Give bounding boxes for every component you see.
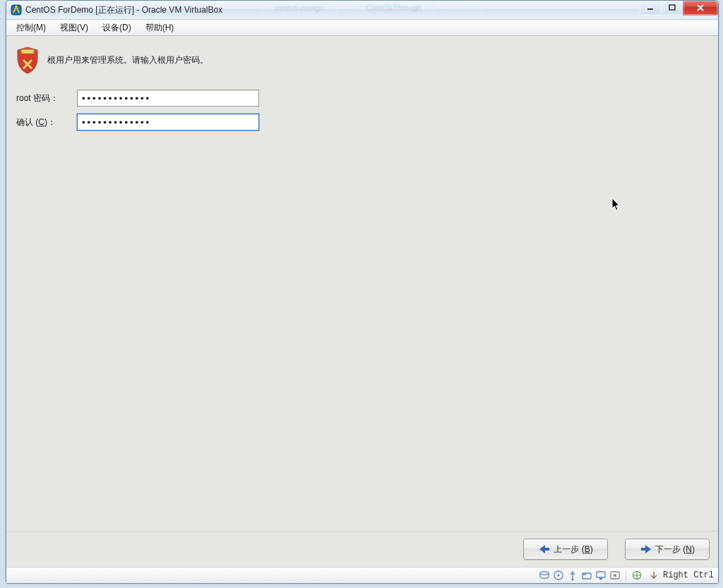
arrow-left-icon: [538, 544, 551, 554]
confirm-password-label: 确认 (C)：: [15, 116, 77, 128]
optical-disc-icon[interactable]: [553, 570, 564, 581]
svg-point-9: [557, 574, 559, 576]
menubar: 控制(M) 视图(V) 设备(D) 帮助(H): [6, 20, 718, 36]
svg-rect-6: [641, 548, 647, 551]
root-password-label: root 密码：: [15, 92, 77, 104]
arrow-right-icon: [640, 544, 652, 554]
svg-point-7: [540, 572, 549, 575]
statusbar: Right Ctrl: [6, 567, 718, 583]
host-key-arrow-icon: [648, 570, 659, 581]
window-title: CentOS ForDemo [正在运行] - Oracle VM Virtua…: [25, 4, 222, 16]
display-icon[interactable]: [595, 570, 607, 581]
next-button[interactable]: 下一步 (N): [625, 539, 710, 560]
svg-rect-11: [582, 573, 591, 579]
virtualbox-app-icon: [11, 4, 22, 16]
svg-rect-5: [544, 548, 549, 551]
svg-rect-3: [669, 5, 675, 10]
menu-control[interactable]: 控制(M): [9, 20, 53, 36]
window-close-button[interactable]: [683, 1, 718, 16]
svg-rect-12: [597, 572, 605, 577]
menu-view[interactable]: 视图(V): [53, 20, 95, 36]
installer-step-root-password: 根用户用来管理系统。请输入根用户密码。 root 密码： 确认 (C)：: [6, 36, 718, 567]
hard-disk-icon[interactable]: [539, 570, 550, 581]
guest-display: 根用户用来管理系统。请输入根用户密码。 root 密码： 确认 (C)：: [6, 36, 718, 567]
recording-icon[interactable]: [609, 570, 621, 581]
mouse-integration-icon[interactable]: [631, 570, 643, 581]
titlebar[interactable]: CentOS ForDemo [正在运行] - Oracle VM Virtua…: [6, 1, 718, 20]
svg-point-10: [571, 578, 573, 580]
background-blur: centos-mongoCentOsThrough: [261, 2, 482, 16]
shield-icon: [15, 46, 40, 74]
root-password-input[interactable]: [77, 90, 259, 107]
confirm-password-input[interactable]: [77, 114, 259, 131]
window-minimize-button[interactable]: [639, 1, 662, 16]
window-maximize-button[interactable]: [661, 1, 683, 16]
installer-header-text: 根用户用来管理系统。请输入根用户密码。: [47, 54, 208, 66]
usb-icon[interactable]: [567, 570, 578, 581]
menu-help[interactable]: 帮助(H): [138, 20, 181, 36]
svg-rect-4: [21, 49, 34, 54]
svg-rect-13: [599, 578, 602, 580]
svg-rect-2: [647, 8, 653, 10]
next-button-label: 下一步 (N): [655, 544, 695, 556]
shared-folders-icon[interactable]: [581, 570, 592, 581]
virtualbox-window: CentOS ForDemo [正在运行] - Oracle VM Virtua…: [6, 0, 719, 584]
back-button[interactable]: 上一步 (B): [523, 539, 608, 560]
wizard-nav: 上一步 (B) 下一步 (N): [6, 531, 718, 567]
back-button-label: 上一步 (B): [554, 544, 592, 556]
menu-devices[interactable]: 设备(D): [95, 20, 138, 36]
statusbar-divider: [626, 570, 626, 580]
host-key-label: Right Ctrl: [663, 570, 714, 580]
svg-point-15: [614, 574, 616, 577]
